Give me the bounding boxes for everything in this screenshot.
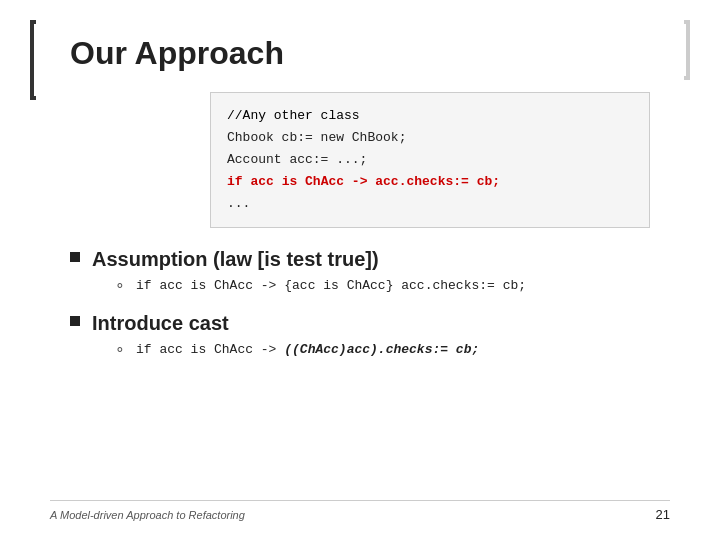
right-bracket-decoration (684, 20, 690, 80)
footer-title: A Model-driven Approach to Refactoring (50, 509, 245, 521)
slide-title: Our Approach (70, 35, 670, 72)
footer-page: 21 (656, 507, 670, 522)
bullet-square-1 (70, 252, 80, 262)
sub-bullet-1-text: if acc is ChAcc -> {acc is ChAcc} acc.ch… (136, 276, 526, 296)
code-block: //Any other class Chbook cb:= new ChBook… (210, 92, 650, 228)
left-bracket-decoration (30, 20, 36, 100)
sub-bullet-circle-2: ⚬ (114, 342, 126, 358)
footer: A Model-driven Approach to Refactoring 2… (50, 500, 670, 522)
sub-bullet-circle-1: ⚬ (114, 278, 126, 294)
code-line-2: Chbook cb:= new ChBook; (227, 127, 633, 149)
bullet-item-2: Introduce cast ⚬ if acc is ChAcc -> ((Ch… (70, 310, 670, 360)
bullet-square-2 (70, 316, 80, 326)
code-line-5: ... (227, 193, 633, 215)
code-line-1: //Any other class (227, 105, 633, 127)
code-line-3: Account acc:= ...; (227, 149, 633, 171)
bullet-section: Assumption (law [is test true]) ⚬ if acc… (70, 246, 670, 359)
slide: Our Approach //Any other class Chbook cb… (0, 0, 720, 540)
sub-bullet-2-text: if acc is ChAcc -> ((ChAcc)acc).checks:=… (136, 340, 479, 360)
bullet-item-1: Assumption (law [is test true]) ⚬ if acc… (70, 246, 670, 296)
bullet-2-sub: ⚬ if acc is ChAcc -> ((ChAcc)acc).checks… (114, 340, 479, 360)
bullet-1-sub: ⚬ if acc is ChAcc -> {acc is ChAcc} acc.… (114, 276, 526, 296)
bullet-2-label: Introduce cast (92, 310, 479, 336)
bullet-1-label: Assumption (law [is test true]) (92, 246, 526, 272)
code-comment: //Any other class (227, 108, 360, 123)
code-line-4: if acc is ChAcc -> acc.checks:= cb; (227, 171, 633, 193)
